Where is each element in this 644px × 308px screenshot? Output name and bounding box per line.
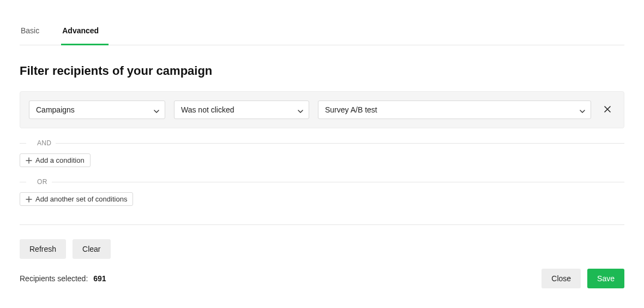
tabs: Basic Advanced bbox=[20, 20, 624, 45]
footer-bottom: Recipients selected: 691 Close Save bbox=[20, 269, 624, 288]
filter-value-select[interactable]: Survey A/B test bbox=[318, 100, 591, 119]
clear-button[interactable]: Clear bbox=[73, 239, 110, 259]
recipients-count: 691 bbox=[93, 274, 106, 283]
tab-basic-label: Basic bbox=[21, 26, 39, 35]
add-condition-set-button[interactable]: Add another set of conditions bbox=[20, 192, 133, 206]
filter-field-value: Campaigns bbox=[36, 105, 75, 114]
page-title: Filter recipients of your campaign bbox=[20, 64, 624, 78]
save-label: Save bbox=[597, 274, 615, 283]
tab-advanced-label: Advanced bbox=[62, 26, 99, 35]
footer-actions-right: Close Save bbox=[541, 269, 624, 288]
and-label: AND bbox=[33, 139, 56, 147]
refresh-button[interactable]: Refresh bbox=[20, 239, 66, 259]
condition-row: Campaigns Was not clicked Survey A/B tes… bbox=[20, 91, 624, 128]
divider-line bbox=[20, 182, 26, 182]
add-condition-button[interactable]: Add a condition bbox=[20, 153, 91, 167]
plus-icon bbox=[26, 196, 32, 203]
remove-condition-button[interactable] bbox=[600, 102, 615, 117]
recipients-selected: Recipients selected: 691 bbox=[20, 274, 106, 283]
chevron-down-icon bbox=[298, 107, 303, 112]
tab-basic[interactable]: Basic bbox=[20, 20, 49, 45]
refresh-label: Refresh bbox=[29, 245, 56, 253]
divider-line bbox=[52, 182, 624, 182]
add-condition-set-label: Add another set of conditions bbox=[35, 195, 127, 203]
close-label: Close bbox=[551, 274, 571, 283]
filter-value-text: Survey A/B test bbox=[325, 105, 377, 114]
and-divider: AND bbox=[20, 139, 624, 147]
footer-actions-left: Refresh Clear bbox=[20, 239, 624, 259]
filter-field-select[interactable]: Campaigns bbox=[29, 100, 165, 119]
chevron-down-icon bbox=[580, 107, 585, 112]
divider-line bbox=[56, 143, 624, 144]
add-condition-label: Add a condition bbox=[35, 156, 85, 164]
clear-label: Clear bbox=[82, 245, 100, 253]
section-divider bbox=[20, 224, 624, 225]
chevron-down-icon bbox=[154, 107, 159, 112]
tab-advanced[interactable]: Advanced bbox=[61, 20, 109, 45]
recipients-label: Recipients selected: bbox=[20, 274, 88, 283]
divider-line bbox=[20, 143, 26, 144]
close-button[interactable]: Close bbox=[541, 269, 581, 288]
or-label: OR bbox=[33, 178, 52, 186]
plus-icon bbox=[26, 157, 32, 164]
close-icon bbox=[604, 105, 611, 114]
filter-operator-select[interactable]: Was not clicked bbox=[174, 100, 309, 119]
save-button[interactable]: Save bbox=[587, 269, 624, 288]
or-divider: OR bbox=[20, 178, 624, 186]
filter-operator-value: Was not clicked bbox=[181, 105, 234, 114]
